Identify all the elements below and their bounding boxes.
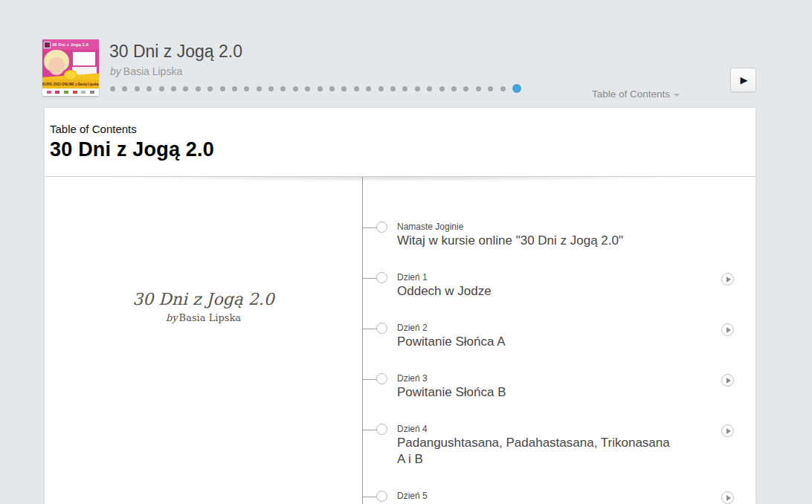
lesson-row[interactable]: Dzień 3 Powitanie Słońca B <box>363 368 755 401</box>
thumbnail-strip-text: KURS JOGI ONLINE z Basią Lipską-Larsen <box>42 83 99 86</box>
lesson-title[interactable]: Padangushtasana, Padahastasana, Trikonas… <box>397 435 680 468</box>
lesson-row[interactable]: Dzień 2 Powitanie Słońca A <box>363 317 755 350</box>
lesson-label: Namaste Joginie <box>397 216 755 233</box>
progress-dot[interactable] <box>415 86 420 91</box>
app-header: 30 Dni z Jogą 2.0 KURS JOGI ONLINE z Bas… <box>0 0 812 108</box>
sponsor-logo-icon <box>55 91 59 94</box>
progress-dot[interactable] <box>293 86 298 91</box>
cover-block: 30 Dni z Jogą 2.0 byBasia Lipska <box>45 290 362 323</box>
timeline-tick <box>363 430 377 430</box>
play-triangle-icon <box>726 277 731 282</box>
lesson-play-icon[interactable] <box>721 323 734 336</box>
progress-dot[interactable] <box>463 86 468 91</box>
thumbnail-title-text: 30 Dni z Jogą 2.0 <box>52 42 88 47</box>
progress-dot[interactable] <box>476 86 481 91</box>
progress-dot[interactable] <box>280 86 286 91</box>
course-thumbnail[interactable]: 30 Dni z Jogą 2.0 KURS JOGI ONLINE z Bas… <box>42 39 99 96</box>
author-name: Basia Lipska <box>123 65 182 77</box>
thumbnail-person-face <box>48 57 65 75</box>
lesson-status-circle[interactable] <box>376 323 387 334</box>
lesson-status-circle[interactable] <box>376 272 387 283</box>
thumbnail-top-bar: 30 Dni z Jogą 2.0 <box>42 39 99 50</box>
progress-dot[interactable] <box>305 86 310 91</box>
sponsor-logo-icon <box>64 91 68 94</box>
sponsor-logo-icon <box>81 91 86 94</box>
progress-dot-active[interactable] <box>512 84 521 93</box>
lesson-label: Dzień 2 <box>397 317 755 334</box>
progress-dot[interactable] <box>427 86 432 91</box>
progress-dot[interactable] <box>159 86 164 91</box>
play-triangle-icon <box>726 378 731 384</box>
lesson-label: Dzień 1 <box>397 267 755 283</box>
progress-dot[interactable] <box>402 86 407 91</box>
progress-dot[interactable] <box>171 86 176 91</box>
play-icon: ▶ <box>741 75 748 85</box>
toc-dropdown[interactable]: Table of Contents <box>592 88 680 100</box>
progress-dot[interactable] <box>390 86 396 91</box>
lesson-status-circle[interactable] <box>376 424 387 435</box>
lesson-status-circle[interactable] <box>376 222 387 233</box>
lesson-label: Dzień 4 <box>397 419 755 435</box>
thumbnail-strip: KURS JOGI ONLINE z Basią Lipską-Larsen <box>42 80 99 88</box>
lesson-row[interactable]: Namaste Joginie Witaj w kursie online "3… <box>363 216 755 249</box>
lesson-title[interactable]: Powitanie Słońca A <box>397 334 680 350</box>
progress-dot[interactable] <box>232 86 237 91</box>
lesson-row[interactable]: Dzień 4 Padangushtasana, Padahastasana, … <box>363 419 755 468</box>
lesson-play-icon[interactable] <box>721 491 734 504</box>
toc-title: 30 Dni z Jogą 2.0 <box>50 138 755 161</box>
progress-dot[interactable] <box>183 86 188 91</box>
progress-dot[interactable] <box>378 86 384 91</box>
thumbnail-logos-bar <box>42 88 99 96</box>
progress-dot[interactable] <box>122 86 127 91</box>
play-triangle-icon <box>726 327 731 333</box>
cover-author-prefix: by <box>166 312 178 323</box>
lesson-play-icon[interactable] <box>721 374 734 387</box>
toc-dropdown-label: Table of Contents <box>592 88 670 100</box>
progress-dot[interactable] <box>439 86 445 91</box>
lesson-label: Dzień 5 <box>397 485 755 502</box>
progress-dot[interactable] <box>354 86 359 91</box>
timeline-tick <box>363 379 377 380</box>
toc-panel: Table of Contents 30 Dni z Jogą 2.0 30 D… <box>45 108 755 504</box>
sponsor-logo-icon <box>47 91 51 94</box>
progress-dot[interactable] <box>135 86 140 91</box>
play-triangle-icon <box>726 495 731 501</box>
progress-dot[interactable] <box>488 86 493 91</box>
lesson-status-circle[interactable] <box>376 491 387 502</box>
lesson-play-icon[interactable] <box>721 273 734 285</box>
timeline-tick <box>363 329 377 329</box>
progress-dot[interactable] <box>451 86 457 91</box>
timeline-tick <box>363 497 377 497</box>
lesson-label: Dzień 3 <box>397 368 755 384</box>
lesson-progress-dots[interactable] <box>110 83 521 94</box>
progress-dot[interactable] <box>146 86 152 91</box>
progress-dot[interactable] <box>329 86 335 91</box>
timeline-tick <box>363 227 377 228</box>
lesson-title[interactable]: Powitanie Słońca B <box>397 384 680 401</box>
chevron-down-icon <box>674 94 680 97</box>
progress-dot[interactable] <box>366 86 371 91</box>
lesson-title[interactable]: Oddech w Jodze <box>397 283 680 300</box>
lesson-row[interactable]: Dzień 1 Oddech w Jodze <box>363 267 755 300</box>
progress-dot[interactable] <box>318 86 323 91</box>
progress-dot[interactable] <box>110 86 115 91</box>
lesson-play-icon[interactable] <box>721 424 734 437</box>
timeline-tick <box>363 278 377 279</box>
progress-dot[interactable] <box>220 86 225 91</box>
progress-dot[interactable] <box>207 86 213 91</box>
thumbnail-card-graphic <box>73 52 95 65</box>
lesson-status-circle[interactable] <box>376 373 387 384</box>
progress-dot[interactable] <box>196 86 201 91</box>
progress-dot[interactable] <box>500 86 506 91</box>
progress-dot[interactable] <box>341 86 347 91</box>
play-triangle-icon <box>726 428 731 434</box>
next-lecture-play-button[interactable]: ▶ <box>730 68 756 92</box>
cover-title: 30 Dni z Jogą 2.0 <box>45 290 362 308</box>
cover-column: 30 Dni z Jogą 2.0 byBasia Lipska <box>45 177 362 504</box>
progress-dot[interactable] <box>268 86 274 91</box>
lesson-row[interactable]: Dzień 5 Parsvakonasana A i B <box>363 485 755 504</box>
progress-dot[interactable] <box>257 86 262 91</box>
author-prefix: by <box>110 65 121 77</box>
lesson-title[interactable]: Witaj w kursie online "30 Dni z Jogą 2.0… <box>397 233 680 249</box>
progress-dot[interactable] <box>244 86 249 91</box>
